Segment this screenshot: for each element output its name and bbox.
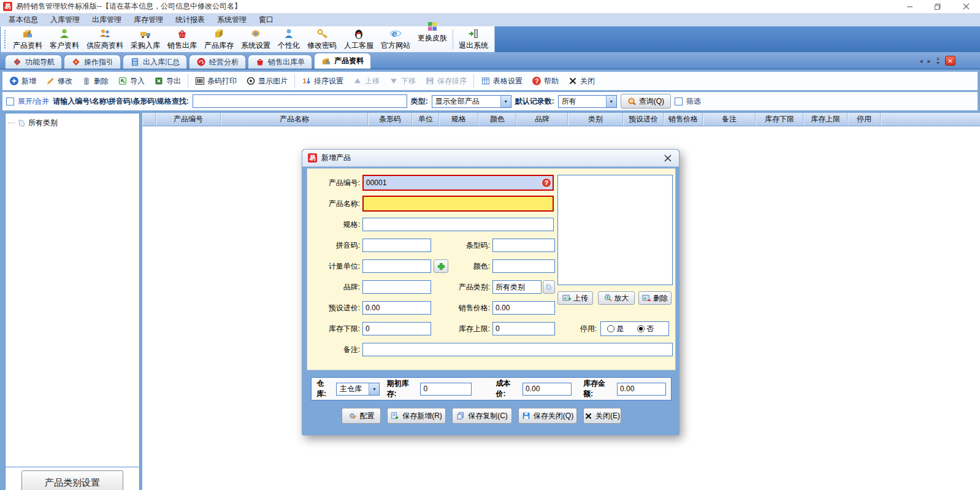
column-header[interactable]: 库存上限 (803, 113, 848, 126)
expand-checkbox[interactable] (6, 98, 14, 105)
type-select[interactable]: 显示全部产品 ▼ (432, 95, 511, 108)
warehouse-select[interactable]: 主仓库 ▼ (336, 383, 380, 396)
color-input[interactable] (492, 259, 555, 273)
minimize-icon[interactable] (895, 0, 924, 13)
edit-button[interactable]: 修改 (41, 76, 77, 86)
toolbar-product-stock[interactable]: 产品库存 (201, 27, 237, 52)
query-button[interactable]: 查询(Q) (621, 94, 671, 109)
stock-min-input[interactable] (362, 322, 431, 335)
column-header[interactable]: 停用 (848, 113, 881, 126)
tab-list-icon[interactable]: »▼ (936, 56, 940, 65)
zoom-image-button[interactable]: 放大 (598, 291, 635, 305)
toolbar-customer-service[interactable]: 人工客服 (340, 27, 377, 52)
opening-stock-input[interactable] (420, 383, 472, 396)
delete-button[interactable]: 删除 (77, 76, 113, 86)
dialog-close-button[interactable]: 关闭(E) (583, 408, 621, 424)
toolbar-system-settings[interactable]: 系统设置 (237, 27, 274, 52)
stock-max-input[interactable] (492, 322, 555, 335)
disable-yes-option[interactable]: 是 (607, 324, 624, 334)
scroll-left-icon[interactable]: ◂ (919, 58, 923, 64)
save-sort-button[interactable]: 保存排序 (421, 76, 471, 86)
column-header[interactable]: 品牌 (516, 113, 568, 126)
barcode-print-button[interactable]: 条码打印 (191, 76, 241, 86)
export-button[interactable]: 导出 (150, 76, 185, 86)
save-copy-button[interactable]: 保存复制(C) (452, 408, 512, 424)
toolbar-product-data[interactable]: 产品资料 (9, 27, 46, 52)
move-up-button[interactable]: 上移 (348, 76, 384, 86)
close-tab-icon[interactable]: ✕ (945, 56, 955, 66)
tab-function-nav[interactable]: 功能导航 (5, 55, 62, 69)
tree-node-all-categories[interactable]: 所有类别 (8, 118, 137, 128)
column-header[interactable]: 产品编号 (156, 113, 221, 126)
toolbar-sales-out[interactable]: 销售出库 (164, 27, 201, 52)
config-button[interactable]: 配置 (342, 408, 381, 424)
stock-amount-input[interactable] (617, 383, 666, 396)
column-header[interactable]: 销售价格 (664, 113, 703, 126)
show-image-button[interactable]: 显示图片 (242, 76, 292, 86)
column-header[interactable]: 单位 (412, 113, 439, 126)
scroll-right-icon[interactable]: ▸ (928, 58, 932, 64)
menu-system[interactable]: 系统管理 (211, 15, 253, 25)
column-header[interactable]: 产品名称 (221, 113, 368, 126)
toolbar-purchase-in[interactable]: 采购入库 (127, 27, 164, 52)
code-help-icon[interactable]: ? (542, 178, 551, 188)
tab-product-data[interactable]: 产品资料 (314, 53, 371, 69)
restore-icon[interactable] (924, 0, 952, 13)
product-image-preview[interactable] (557, 175, 673, 285)
add-button[interactable]: 新增 (5, 76, 40, 86)
product-name-input[interactable] (364, 197, 553, 210)
delete-image-button[interactable]: 删除 (638, 291, 672, 305)
purchase-price-input[interactable] (362, 301, 431, 315)
cost-price-input[interactable] (523, 383, 572, 396)
menu-reports[interactable]: 统计报表 (169, 15, 211, 25)
column-header[interactable]: 预设进价 (623, 113, 664, 126)
close-tab-button[interactable]: 关闭 (564, 76, 599, 86)
toolbar-change-password[interactable]: 修改密码 (304, 27, 340, 52)
menu-inbound[interactable]: 入库管理 (44, 15, 86, 25)
remark-input[interactable] (362, 343, 673, 356)
column-header[interactable]: 库存下限 (756, 113, 803, 126)
menu-inventory[interactable]: 库存管理 (128, 15, 169, 25)
sort-settings-button[interactable]: 1 排序设置 (297, 76, 348, 86)
pick-category-button[interactable] (543, 280, 555, 294)
product-code-input[interactable] (364, 178, 542, 187)
save-close-button[interactable]: 保存关闭(Q) (518, 408, 577, 424)
toolbar-grip[interactable] (4, 30, 6, 48)
tab-inout-summary[interactable]: 出入库汇总 (123, 55, 187, 69)
unit-input[interactable] (362, 259, 431, 273)
spec-input[interactable] (362, 218, 554, 231)
close-window-icon[interactable] (952, 0, 980, 13)
toolbar-exit-system[interactable]: 退出系统 (455, 27, 492, 52)
toolbar-supplier-data[interactable]: 供应商资料 (83, 27, 127, 52)
pinyin-input[interactable] (362, 239, 431, 252)
column-header[interactable]: 类别 (568, 113, 623, 126)
sale-price-input[interactable] (492, 301, 555, 315)
brand-input[interactable] (362, 280, 431, 294)
barcode-input[interactable] (492, 239, 555, 252)
toolbar-customer-data[interactable]: 客户资料 (46, 27, 83, 52)
search-input[interactable] (193, 94, 407, 108)
filter-checkbox[interactable] (675, 98, 683, 105)
menu-outbound[interactable]: 出库管理 (86, 15, 128, 25)
tab-operation-guide[interactable]: 操作指引 (64, 55, 121, 69)
category-settings-button[interactable]: 产品类别设置 (21, 470, 123, 490)
table-settings-button[interactable]: 表格设置 (477, 76, 527, 86)
disable-no-option[interactable]: 否 (637, 324, 654, 334)
category-input[interactable] (492, 280, 542, 294)
column-header[interactable]: 规格 (439, 113, 478, 126)
expand-toggle-link[interactable]: 展开/合并 (18, 96, 49, 107)
column-header[interactable]: 颜色 (478, 113, 516, 126)
dialog-close-icon[interactable] (662, 153, 673, 164)
upload-image-button[interactable]: 上传 (557, 291, 593, 305)
toolbar-personalization[interactable]: 个性化 (274, 27, 304, 52)
tab-business-analysis[interactable]: 经营分析 (189, 55, 246, 69)
menu-basic-info[interactable]: 基本信息 (2, 15, 44, 25)
column-header[interactable]: 备注 (703, 113, 756, 126)
menu-window[interactable]: 窗口 (253, 15, 280, 25)
move-down-button[interactable]: 下移 (385, 76, 420, 86)
toolbar-official-website[interactable]: e 官方网站 (377, 27, 414, 52)
import-button[interactable]: 导入 (113, 76, 149, 86)
save-new-button[interactable]: 保存新增(R) (387, 408, 446, 424)
records-select[interactable]: 所有 ▼ (558, 95, 617, 108)
column-header[interactable]: 条形码 (368, 113, 412, 126)
